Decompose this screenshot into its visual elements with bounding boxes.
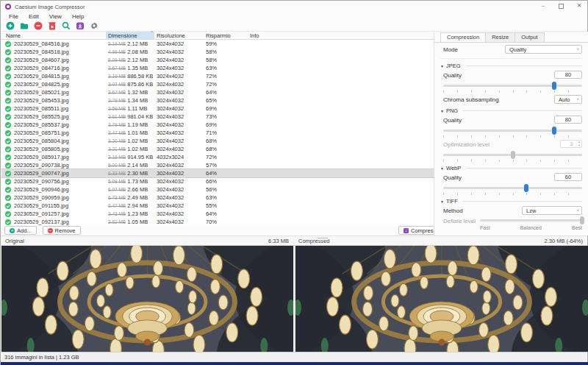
table-row[interactable]: 20230529_090756.jpg 5.08 MB1.73 MB 3024x… <box>1 177 434 185</box>
file-saving: 64% <box>204 89 248 96</box>
menu-view[interactable]: View <box>44 13 67 20</box>
remove-icon[interactable] <box>33 21 43 31</box>
slider-handle[interactable] <box>524 184 528 192</box>
settings-icon[interactable] <box>89 21 98 31</box>
file-name: 20230529_085525.jpg <box>14 113 106 120</box>
table-row[interactable]: 20230529_084815.jpg 3.19 MB886.58 KB 302… <box>1 72 434 80</box>
compressed-ok-icon <box>1 65 14 71</box>
table-row[interactable]: 20230529_085525.jpg 3.61 MB981.04 KB 302… <box>1 113 434 121</box>
menu-edit[interactable]: Edit <box>24 13 44 20</box>
file-name: 20230529_090747.jpg <box>14 170 106 177</box>
menu-file[interactable]: File <box>4 13 24 20</box>
close-button[interactable]: ✕ <box>576 1 583 11</box>
file-saving: 57% <box>204 162 248 169</box>
column-header-info[interactable]: Info <box>248 32 434 39</box>
tab-output[interactable]: Output <box>514 32 545 42</box>
table-row[interactable]: 20230529_084516.jpg 5.19 MB2.12 MB 3024x… <box>1 40 434 48</box>
table-row[interactable]: 20230529_085751.jpg 3.47 MB1.01 MB 3024x… <box>1 129 434 137</box>
tab-resize[interactable]: Resize <box>485 32 515 42</box>
file-saving: 69% <box>204 121 248 128</box>
maximize-button[interactable] <box>559 4 564 9</box>
slider-handle <box>580 216 584 224</box>
table-row[interactable]: 20230529_091155.jpg 6.47 MB2.94 MB 3024x… <box>1 202 434 210</box>
compressed-size: 914.95 KB <box>127 154 153 160</box>
webp-quality-slider[interactable] <box>443 184 582 191</box>
add-button[interactable]: + Add... <box>4 226 37 235</box>
table-row[interactable]: 20230529_084518.jpg 4.99 MB2.08 MB 3024x… <box>1 48 434 56</box>
tiff-method-select[interactable]: Lzw˅ <box>522 206 582 215</box>
original-size: 3.79 MB <box>108 98 126 103</box>
file-size-cell: 4.99 MB2.08 MB <box>106 49 154 55</box>
png-quality-value[interactable]: 80 <box>554 116 582 124</box>
compressed-ok-icon <box>1 57 14 63</box>
original-size: 3.21 MB <box>108 146 126 152</box>
optimization-level-spinner[interactable]: 3▲▼ <box>560 140 582 148</box>
table-row[interactable]: 20230529_090946.jpg 6.07 MB2.66 MB 3024x… <box>1 185 434 194</box>
tab-compression[interactable]: Compression <box>440 32 486 42</box>
file-resolution: 3024x4032 <box>154 105 204 112</box>
splitter-handle[interactable] <box>318 238 328 241</box>
compressed-size: 886.58 KB <box>127 73 153 79</box>
chroma-subsampling-select[interactable]: Auto˅ <box>554 95 582 104</box>
file-saving: 64% <box>204 170 248 177</box>
add-folder-icon[interactable] <box>19 21 29 31</box>
table-row[interactable]: 20230529_090747.jpg 6.33 MB2.30 MB 3024x… <box>1 169 434 177</box>
file-size-cell: 6.07 MB2.66 MB <box>106 186 154 193</box>
file-name: 20230529_084518.jpg <box>14 49 106 55</box>
compressed-ok-icon <box>1 187 14 193</box>
chroma-subsampling-label: Chroma subsampling <box>443 96 499 103</box>
jpeg-quality-value[interactable]: 80 <box>554 71 582 79</box>
column-header-risoluzione[interactable]: Risoluzione <box>154 32 204 39</box>
file-name: 20230529_085917.jpg <box>14 154 106 160</box>
table-row[interactable]: 20230529_091257.jpg 3.43 MB1.23 MB 3024x… <box>1 210 434 218</box>
remove-button[interactable]: − Remove <box>43 226 81 235</box>
tiff-section-header[interactable]: ▼TIFF <box>440 198 582 205</box>
png-section-header[interactable]: ▼PNG <box>440 107 582 114</box>
add-files-icon[interactable] <box>5 21 15 31</box>
file-resolution: 3024x4032 <box>154 49 204 55</box>
table-row[interactable]: 20230529_084825.jpg 3.07 MB875.86 KB 302… <box>1 80 434 88</box>
table-row[interactable]: 20230529_084716.jpg 3.67 MB1.35 MB 3024x… <box>1 64 434 72</box>
png-quality-slider[interactable] <box>443 127 582 134</box>
table-row[interactable]: 20230529_085917.jpg 3.16 MB914.95 KB 403… <box>1 153 434 161</box>
file-size-cell: 5.00 MB2.14 MB <box>106 162 154 169</box>
compressed-size: 1.01 MB <box>127 130 148 136</box>
compress-icon[interactable] <box>75 21 85 31</box>
table-row[interactable]: 20230529_085511.jpg 3.59 MB1.11 MB 3024x… <box>1 104 434 113</box>
jpeg-section-header[interactable]: ▼JPEG <box>440 63 582 69</box>
menu-help[interactable]: Help <box>67 13 89 20</box>
column-header-risparmio[interactable]: Risparmio <box>204 32 248 39</box>
file-size-cell: 3.79 MB1.34 MB <box>106 97 154 104</box>
table-row[interactable]: 20230529_090738.jpg 5.00 MB2.14 MB 3024x… <box>1 161 434 169</box>
compressed-ok-icon <box>1 49 14 55</box>
original-size: 3.20 MB <box>108 138 126 143</box>
compressed-ok-icon <box>1 163 14 169</box>
file-resolution: 3024x4032 <box>154 97 204 104</box>
preview-icon[interactable] <box>61 21 71 31</box>
clear-list-icon[interactable] <box>47 21 57 31</box>
table-row[interactable]: 20230529_085804.jpg 3.20 MB1.02 MB 3024x… <box>1 137 434 145</box>
table-row[interactable]: 20230529_085021.jpg 3.67 MB1.32 MB 3024x… <box>1 88 434 96</box>
table-row[interactable]: 20230529_085453.jpg 3.79 MB1.34 MB 3024x… <box>1 96 434 104</box>
table-row[interactable]: 20230529_084607.jpg 5.09 MB2.12 MB 3024x… <box>1 56 434 64</box>
table-row[interactable]: 20230529_085537.jpg 3.79 MB1.19 MB 3024x… <box>1 121 434 129</box>
minimize-button[interactable]: – <box>539 1 547 11</box>
file-name: 20230529_084815.jpg <box>14 73 106 79</box>
mode-select[interactable]: Quality˅ <box>505 45 582 54</box>
jpeg-quality-slider[interactable] <box>443 82 582 89</box>
column-header-name[interactable]: Name <box>1 32 106 39</box>
file-resolution: 3024x4032 <box>154 178 204 185</box>
deflate-level-slider <box>480 216 582 224</box>
table-row[interactable]: 20230529_085805.jpg 3.21 MB1.02 MB 3024x… <box>1 145 434 153</box>
compressed-ok-icon <box>1 203 14 209</box>
column-header-dimensione[interactable]: Dimensione ^ <box>106 32 154 39</box>
table-row[interactable]: 20230529_090959.jpg 6.73 MB2.49 MB 3024x… <box>1 194 434 202</box>
webp-section-header[interactable]: ▼WebP <box>440 165 582 171</box>
slider-handle[interactable] <box>552 127 556 135</box>
slider-handle[interactable] <box>552 82 556 90</box>
file-saving: 72% <box>204 73 248 79</box>
table-row[interactable]: 20230529_092137.jpg 3.52 MB1.05 MB 3024x… <box>1 218 434 226</box>
webp-quality-value[interactable]: 60 <box>554 173 582 181</box>
file-name: 20230529_090959.jpg <box>14 194 106 201</box>
spinner-arrows-icon[interactable]: ▲▼ <box>578 141 581 147</box>
